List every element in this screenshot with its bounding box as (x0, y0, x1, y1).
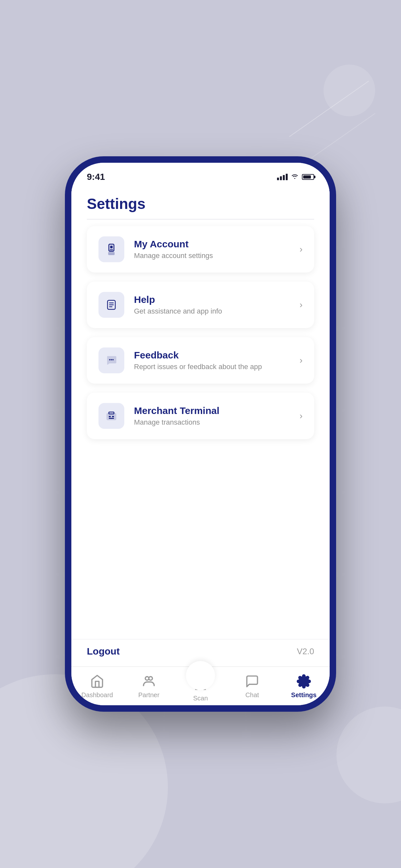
chat-label: Chat (245, 691, 259, 699)
svg-rect-3 (110, 249, 113, 250)
svg-rect-17 (109, 418, 114, 419)
page-header: Settings (71, 185, 330, 219)
feedback-text: Feedback Report issues or feedback about… (134, 350, 300, 371)
feedback-title: Feedback (134, 350, 300, 361)
help-icon (105, 299, 118, 311)
logout-button[interactable]: Logout (87, 646, 120, 657)
my-account-chevron: › (300, 244, 303, 254)
svg-rect-16 (112, 416, 114, 417)
person-icon (105, 243, 118, 256)
battery-icon (302, 174, 314, 180)
feedback-icon (105, 354, 118, 367)
phone-screen: 9:41 Setti (71, 163, 330, 705)
terminal-title: Merchant Terminal (134, 405, 300, 416)
nav-item-partner[interactable]: Partner (123, 673, 175, 699)
svg-point-10 (109, 359, 111, 361)
status-bar: 9:41 (71, 163, 330, 185)
scan-bump (186, 661, 215, 690)
svg-point-19 (149, 677, 152, 680)
nav-item-dashboard[interactable]: Dashboard (71, 673, 123, 699)
status-time: 9:41 (87, 172, 105, 182)
svg-rect-4 (110, 251, 113, 251)
menu-item-my-account[interactable]: My Account Manage account settings › (87, 226, 314, 273)
svg-point-2 (110, 246, 113, 248)
help-icon-wrap (98, 292, 124, 318)
feedback-subtitle: Report issues or feedback about the app (134, 363, 300, 371)
bottom-nav: Dashboard Partner (71, 666, 330, 705)
dashboard-label: Dashboard (81, 691, 113, 699)
chat-icon (244, 673, 260, 689)
screen-content: Settings (71, 185, 330, 666)
menu-item-merchant-terminal[interactable]: Merchant Terminal Manage transactions › (87, 393, 314, 439)
svg-point-11 (111, 359, 112, 361)
svg-rect-15 (109, 416, 111, 417)
settings-icon (296, 673, 312, 689)
terminal-text: Merchant Terminal Manage transactions (134, 405, 300, 427)
my-account-subtitle: Manage account settings (134, 252, 300, 260)
menu-item-help[interactable]: Help Get assistance and app info › (87, 282, 314, 328)
terminal-subtitle: Manage transactions (134, 418, 300, 427)
dashboard-icon (89, 673, 105, 689)
settings-label: Settings (291, 691, 317, 699)
svg-rect-5 (108, 252, 115, 255)
terminal-icon (105, 409, 118, 423)
menu-list: My Account Manage account settings › (71, 220, 330, 639)
help-title: Help (134, 294, 300, 305)
feedback-chevron: › (300, 355, 303, 366)
terminal-chevron: › (300, 411, 303, 421)
svg-point-12 (112, 359, 114, 361)
nav-item-settings[interactable]: Settings (278, 673, 330, 699)
help-chevron: › (300, 300, 303, 310)
nav-item-chat[interactable]: Chat (226, 673, 278, 699)
help-subtitle: Get assistance and app info (134, 307, 300, 315)
partner-icon (141, 673, 157, 689)
wifi-icon (291, 174, 299, 181)
my-account-title: My Account (134, 239, 300, 250)
feedback-icon-wrap (98, 347, 124, 373)
partner-label: Partner (138, 691, 159, 699)
version-text: V2.0 (297, 647, 314, 656)
terminal-icon-wrap (98, 403, 124, 429)
menu-item-feedback[interactable]: Feedback Report issues or feedback about… (87, 337, 314, 383)
signal-icon (277, 174, 288, 180)
phone-frame: 9:41 Setti (65, 156, 336, 712)
nav-item-scan[interactable]: Scan (175, 673, 226, 702)
my-account-text: My Account Manage account settings (134, 239, 300, 260)
help-text: Help Get assistance and app info (134, 294, 300, 315)
my-account-icon-wrap (98, 237, 124, 262)
page-title: Settings (87, 195, 314, 213)
status-icons (277, 174, 314, 181)
scan-label: Scan (193, 694, 208, 702)
